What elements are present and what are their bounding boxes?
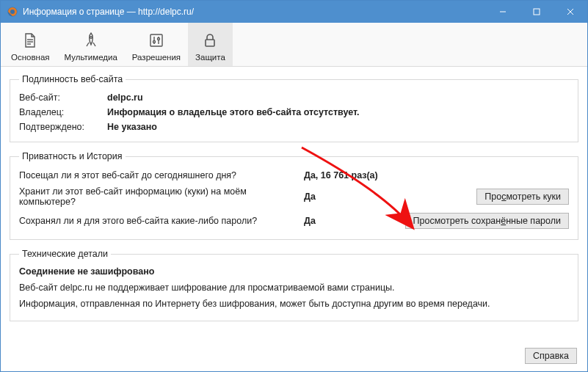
technical-legend: Технические детали (19, 249, 111, 259)
technical-heading: Соединение не зашифровано (19, 265, 569, 281)
tab-label: Защита (195, 53, 225, 62)
tab-label: Основная (11, 53, 50, 62)
close-button[interactable] (553, 1, 587, 23)
lock-icon (203, 31, 217, 50)
document-icon (23, 31, 37, 50)
view-saved-passwords-button[interactable]: Просмотреть сохранённые пароли (405, 213, 569, 229)
passwords-row: Сохранял ли я для этого веб-сайта какие-… (19, 210, 569, 232)
owner-label: Владелец: (19, 107, 107, 117)
help-button[interactable]: Справка (525, 348, 577, 364)
cookies-row: Хранит ли этот веб-сайт информацию (куки… (19, 183, 569, 210)
svg-point-14 (157, 37, 159, 40)
visited-answer: Да, 16 761 раз(а) (304, 170, 392, 180)
verified-value: Не указано (107, 122, 157, 132)
tab-bar: Основная Мультимедиа Разрешения Защита (1, 23, 587, 67)
website-value: delpc.ru (107, 92, 143, 103)
window-controls (486, 1, 587, 23)
tab-media[interactable]: Мультимедиа (57, 23, 125, 66)
cookies-answer: Да (304, 192, 392, 202)
footer: Справка (1, 343, 587, 371)
passwords-answer: Да (304, 216, 392, 226)
verified-label: Подтверждено: (19, 122, 107, 132)
passwords-question: Сохранял ли я для этого веб-сайта какие-… (19, 216, 298, 226)
tab-permissions[interactable]: Разрешения (125, 23, 188, 66)
privacy-group: Приватность и История Посещал ли я этот … (10, 151, 578, 240)
sliders-icon (148, 31, 164, 50)
technical-line2: Информация, отправленная по Интернету бе… (19, 297, 569, 313)
tab-general[interactable]: Основная (4, 23, 57, 66)
visited-row: Посещал ли я этот веб-сайт до сегодняшне… (19, 167, 569, 183)
svg-rect-10 (150, 34, 162, 46)
content-area: Подлинность веб-сайта Веб-сайт: delpc.ru… (1, 67, 587, 343)
titlebar: Информация о странице — http://delpc.ru/ (1, 1, 587, 23)
cookies-question: Хранит ли этот веб-сайт информацию (куки… (19, 186, 298, 207)
maximize-button[interactable] (520, 1, 553, 23)
technical-group: Технические детали Соединение не зашифро… (10, 249, 578, 321)
svg-point-1 (10, 10, 15, 14)
visited-question: Посещал ли я этот веб-сайт до сегодняшне… (19, 170, 298, 180)
firefox-favicon (7, 6, 18, 18)
minimize-button[interactable] (486, 1, 520, 23)
tab-label: Разрешения (132, 53, 181, 62)
rocket-icon (84, 31, 98, 50)
identity-group: Подлинность веб-сайта Веб-сайт: delpc.ru… (10, 74, 578, 142)
identity-website-row: Веб-сайт: delpc.ru (19, 90, 569, 105)
owner-value: Информация о владельце этого веб-сайта о… (107, 107, 360, 117)
identity-legend: Подлинность веб-сайта (19, 74, 126, 84)
svg-point-9 (90, 36, 92, 38)
privacy-legend: Приватность и История (19, 151, 126, 161)
technical-line1: Веб-сайт delpc.ru не поддерживает шифров… (19, 281, 569, 297)
tab-label: Мультимедиа (65, 53, 117, 62)
window-title: Информация о странице — http://delpc.ru/ (23, 7, 486, 17)
identity-owner-row: Владелец: Информация о владельце этого в… (19, 105, 569, 120)
svg-rect-15 (206, 40, 214, 46)
tab-security[interactable]: Защита (188, 23, 233, 66)
view-cookies-button[interactable]: Просмотреть куки (476, 189, 569, 205)
identity-verified-row: Подтверждено: Не указано (19, 120, 569, 134)
page-info-window: Информация о странице — http://delpc.ru/… (0, 0, 588, 372)
website-label: Веб-сайт: (19, 92, 107, 103)
svg-rect-3 (534, 9, 540, 15)
svg-point-13 (153, 40, 155, 43)
